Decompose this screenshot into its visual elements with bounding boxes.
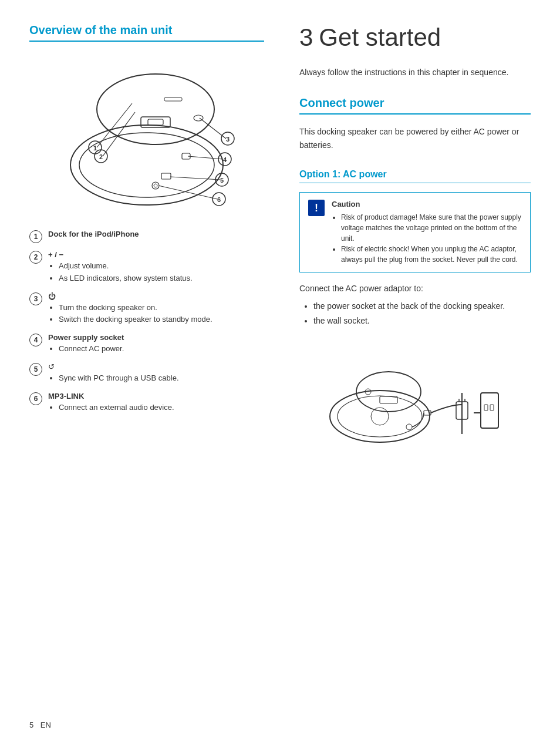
component-6-name: MP3-LINK bbox=[48, 392, 264, 401]
number-circle-2: 2 bbox=[29, 251, 42, 264]
chapter-number: 3 bbox=[299, 23, 313, 51]
component-2-bullet-1: Adjust volume. bbox=[59, 260, 264, 272]
svg-text:1: 1 bbox=[93, 144, 97, 152]
page-number: 5 bbox=[29, 721, 33, 729]
connect-ac-bullet-2: the wall socket. bbox=[313, 314, 531, 328]
caution-label: Caution bbox=[332, 200, 522, 208]
component-5: 5 ↺ Sync with PC through a USB cable. bbox=[29, 362, 264, 385]
ac-diagram bbox=[299, 340, 531, 446]
component-2-bullet-2: As LED indicators, show system status. bbox=[59, 272, 264, 285]
page-footer: 5 EN bbox=[29, 721, 51, 729]
number-circle-5: 5 bbox=[29, 363, 42, 376]
number-circle-6: 6 bbox=[29, 392, 42, 405]
intro-text: Always follow the instructions in this c… bbox=[299, 66, 531, 79]
left-column: Overview of the main unit 1 bbox=[29, 23, 282, 724]
component-3: 3 ⏻ Turn the docking speaker on. Switch … bbox=[29, 292, 264, 327]
page-lang: EN bbox=[41, 721, 51, 729]
number-circle-1: 1 bbox=[29, 230, 42, 243]
component-3-bullet-1: Turn the docking speaker on. bbox=[59, 302, 264, 314]
caution-bullet-1: Risk of product damage! Make sure that t… bbox=[341, 212, 522, 244]
svg-point-15 bbox=[194, 115, 203, 121]
connect-ac-bullet-1: the power socket at the back of the dock… bbox=[313, 299, 531, 314]
component-5-icon: ↺ bbox=[48, 362, 264, 371]
svg-point-2 bbox=[97, 74, 214, 144]
svg-rect-36 bbox=[481, 393, 498, 428]
right-column: 3Get started Always follow the instructi… bbox=[282, 23, 531, 724]
svg-point-40 bbox=[406, 424, 412, 430]
component-6-bullets: Connect an external audio device. bbox=[48, 402, 264, 414]
svg-rect-23 bbox=[161, 173, 171, 179]
svg-text:6: 6 bbox=[217, 196, 221, 203]
svg-rect-42 bbox=[380, 396, 397, 403]
component-3-icon: ⏻ bbox=[48, 292, 264, 301]
svg-point-28 bbox=[154, 184, 157, 187]
number-circle-3: 3 bbox=[29, 292, 42, 305]
component-1: 1 Dock for the iPod/iPhone bbox=[29, 230, 264, 243]
connect-ac-bullets: the power socket at the back of the dock… bbox=[299, 299, 531, 328]
component-4-bullets: Connect AC power. bbox=[48, 343, 264, 355]
caution-content: Caution Risk of product damage! Make sur… bbox=[332, 200, 522, 265]
svg-line-20 bbox=[170, 177, 220, 180]
component-2-bullets: Adjust volume. As LED indicators, show s… bbox=[48, 260, 264, 285]
chapter-header: 3Get started bbox=[299, 23, 531, 52]
caution-icon: ! bbox=[308, 200, 325, 216]
svg-point-0 bbox=[70, 125, 223, 205]
svg-line-24 bbox=[158, 186, 217, 199]
component-5-bullet-1: Sync with PC through a USB cable. bbox=[59, 372, 264, 385]
number-circle-4: 4 bbox=[29, 334, 42, 346]
component-4-name: Power supply socket bbox=[48, 333, 264, 342]
component-3-bullets: Turn the docking speaker on. Switch the … bbox=[48, 302, 264, 327]
svg-point-27 bbox=[152, 182, 159, 189]
component-2: 2 + / − Adjust volume. As LED indicators… bbox=[29, 250, 264, 285]
svg-rect-5 bbox=[164, 97, 182, 101]
svg-rect-38 bbox=[490, 405, 494, 410]
svg-text:4: 4 bbox=[223, 156, 227, 163]
left-section-title: Overview of the main unit bbox=[29, 23, 264, 42]
component-list: 1 Dock for the iPod/iPhone 2 + / − Adjus… bbox=[29, 230, 264, 414]
svg-line-16 bbox=[188, 156, 223, 159]
connect-ac-text: Connect the AC power adaptor to: bbox=[299, 282, 531, 295]
svg-text:2: 2 bbox=[99, 153, 103, 160]
svg-rect-4 bbox=[148, 119, 163, 125]
caution-bullet-2: Risk of electric shock! When you unplug … bbox=[341, 244, 522, 265]
chapter-title: Get started bbox=[319, 23, 441, 51]
component-5-bullets: Sync with PC through a USB cable. bbox=[48, 372, 264, 385]
component-1-name: Dock for the iPod/iPhone bbox=[48, 230, 264, 238]
component-6-bullet-1: Connect an external audio device. bbox=[59, 402, 264, 414]
device-diagram: 1 2 3 4 5 bbox=[29, 53, 264, 212]
component-6: 6 MP3-LINK Connect an external audio dev… bbox=[29, 392, 264, 414]
caution-list: Risk of product damage! Make sure that t… bbox=[332, 212, 522, 265]
svg-line-6 bbox=[97, 103, 132, 147]
component-3-bullet-2: Switch the docking speaker to standby mo… bbox=[59, 314, 264, 326]
option1-title: Option 1: AC power bbox=[299, 169, 531, 183]
svg-point-39 bbox=[371, 408, 389, 425]
svg-text:3: 3 bbox=[226, 136, 230, 143]
connect-power-title: Connect power bbox=[299, 96, 531, 115]
component-4-bullet-1: Connect AC power. bbox=[59, 343, 264, 355]
connect-power-desc: This docking speaker can be powered by e… bbox=[299, 125, 531, 152]
svg-text:5: 5 bbox=[220, 177, 224, 184]
component-2-name: + / − bbox=[48, 250, 264, 259]
caution-box: ! Caution Risk of product damage! Make s… bbox=[299, 192, 531, 272]
svg-rect-37 bbox=[484, 405, 488, 410]
component-4: 4 Power supply socket Connect AC power. bbox=[29, 333, 264, 355]
